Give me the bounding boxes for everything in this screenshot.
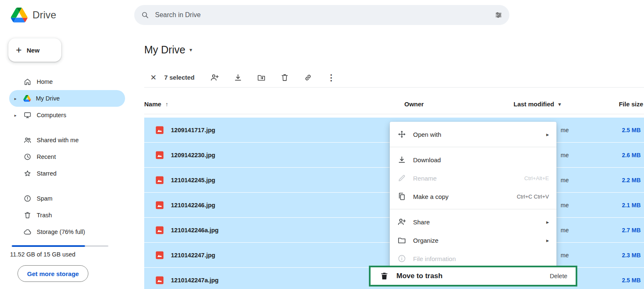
sort-ascending-icon: ↑ — [165, 101, 168, 108]
spam-icon — [23, 194, 32, 203]
page-title-text: My Drive — [144, 44, 185, 56]
submenu-arrow-icon: ▸ — [546, 131, 549, 138]
file-name-cell: 1210142246.jpg — [144, 201, 404, 210]
new-button[interactable]: + New — [8, 38, 61, 62]
share-button[interactable] — [210, 73, 220, 83]
file-name: 1210142245.jpg — [171, 177, 215, 183]
clear-selection-button[interactable]: ✕ — [148, 73, 158, 82]
menu-divider — [390, 147, 556, 147]
more-vertical-icon: ⋮ — [327, 73, 336, 83]
get-more-storage-button[interactable]: Get more storage — [18, 265, 88, 282]
people-icon — [23, 136, 32, 144]
column-header-file-size: File size — [609, 101, 644, 108]
file-size-cell: 2.2 MB — [609, 177, 644, 183]
selection-toolbar: ✕ 7 selected — [144, 68, 644, 88]
file-name-cell: 1209141717.jpg — [144, 126, 404, 135]
modified-by: me — [561, 202, 569, 209]
new-button-label: New — [27, 47, 40, 54]
file-size: 2.5 MB — [622, 127, 641, 133]
menu-item-move-to-trash[interactable]: Move to trash Delete — [369, 266, 577, 286]
person-add-icon — [210, 73, 219, 82]
menu-item-organize[interactable]: Organize ▸ — [390, 231, 556, 249]
file-size-cell: 2.5 MB — [609, 277, 644, 284]
file-name-cell: 1210142247a.jpg — [144, 276, 404, 285]
sidebar-item-label: Spam — [37, 195, 53, 202]
expand-arrow-icon[interactable]: ▸ — [13, 96, 18, 101]
info-icon — [397, 254, 406, 263]
folder-icon — [397, 236, 406, 245]
image-file-icon — [155, 226, 164, 235]
selected-count: 7 selected — [164, 74, 195, 81]
sidebar-item-label: Shared with me — [37, 137, 79, 143]
sidebar-item-shared-with-me[interactable]: Shared with me — [9, 132, 125, 148]
menu-item-rename: Rename Ctrl+Alt+E — [390, 169, 556, 187]
search-options-icon[interactable] — [494, 11, 503, 19]
file-size: 2.3 MB — [622, 252, 641, 259]
column-header-name[interactable]: Name ↑ — [144, 101, 404, 108]
app-title: Drive — [33, 9, 56, 21]
sidebar-item-home[interactable]: Home — [9, 73, 125, 90]
copy-icon — [397, 192, 406, 201]
brand-header: Drive — [0, 0, 133, 24]
menu-item-open-with[interactable]: Open with ▸ — [390, 125, 556, 143]
download-button[interactable] — [233, 73, 243, 83]
file-size: 2.1 MB — [622, 202, 641, 209]
sidebar-item-recent[interactable]: Recent — [9, 148, 125, 165]
file-size-cell: 2.7 MB — [609, 227, 644, 234]
sidebar-item-my-drive[interactable]: ▸ My Drive — [9, 90, 125, 107]
file-size: 2.6 MB — [622, 152, 641, 158]
submenu-arrow-icon: ▸ — [546, 237, 549, 244]
open-with-icon — [397, 130, 406, 139]
menu-item-make-a-copy[interactable]: Make a copy Ctrl+C Ctrl+V — [390, 187, 556, 206]
menu-item-label: File information — [413, 255, 456, 262]
menu-divider — [390, 209, 556, 209]
menu-item-download[interactable]: Download — [390, 151, 556, 169]
context-menu: Open with ▸ Download Rename Ctrl+Alt+E M… — [390, 122, 556, 271]
menu-item-label: Share — [413, 219, 430, 226]
file-name-cell: 1210142246a.jpg — [144, 226, 404, 235]
expand-arrow-icon[interactable]: ▸ — [13, 113, 18, 118]
image-file-icon — [155, 251, 164, 260]
submenu-arrow-icon: ▸ — [546, 219, 549, 225]
drive-logo-icon — [11, 8, 28, 23]
sidebar-item-storage[interactable]: Storage (76% full) — [9, 224, 125, 240]
storage-progress-fill — [12, 245, 85, 247]
menu-item-label: Rename — [413, 175, 437, 182]
download-icon — [397, 155, 406, 164]
sidebar-item-spam[interactable]: Spam — [9, 190, 125, 207]
menu-item-label: Move to trash — [396, 272, 443, 280]
file-size: 2.2 MB — [622, 177, 641, 183]
modified-by: me — [561, 127, 569, 133]
sidebar-item-trash[interactable]: Trash — [9, 207, 125, 224]
page-title[interactable]: My Drive ▾ — [144, 43, 644, 57]
sidebar-item-starred[interactable]: Starred — [9, 165, 125, 182]
copy-link-button[interactable] — [303, 73, 313, 83]
trash-button[interactable] — [280, 73, 290, 83]
image-file-icon — [155, 276, 164, 285]
computer-icon — [23, 111, 32, 119]
sidebar-item-label: Recent — [37, 153, 56, 160]
menu-item-share[interactable]: Share ▸ — [390, 213, 556, 231]
move-to-folder-icon — [257, 73, 266, 82]
modified-by: me — [561, 252, 569, 259]
search-input[interactable] — [155, 11, 489, 19]
sidebar-item-computers[interactable]: ▸ Computers — [9, 107, 125, 123]
sidebar-item-label: Starred — [37, 170, 57, 177]
search-icon — [141, 11, 149, 19]
more-actions-button[interactable]: ⋮ — [326, 73, 336, 83]
trash-icon — [380, 271, 389, 281]
search-bar[interactable] — [134, 5, 509, 25]
column-header-last-modified[interactable]: Last modified ▾ — [514, 101, 609, 108]
trash-icon — [23, 211, 32, 219]
sidebar-item-label: Computers — [37, 112, 66, 118]
modified-by: me — [561, 177, 569, 183]
storage-usage-text: 11.52 GB of 15 GB used — [10, 251, 133, 258]
file-size-cell: 2.1 MB — [609, 202, 644, 209]
file-size-cell: 2.5 MB — [609, 127, 644, 133]
file-size: 2.7 MB — [622, 227, 641, 234]
menu-shortcut: Delete — [550, 273, 567, 279]
my-drive-icon — [23, 95, 31, 102]
file-name-cell: 1210142247.jpg — [144, 251, 404, 260]
move-button[interactable] — [256, 73, 266, 83]
image-file-icon — [155, 151, 164, 160]
